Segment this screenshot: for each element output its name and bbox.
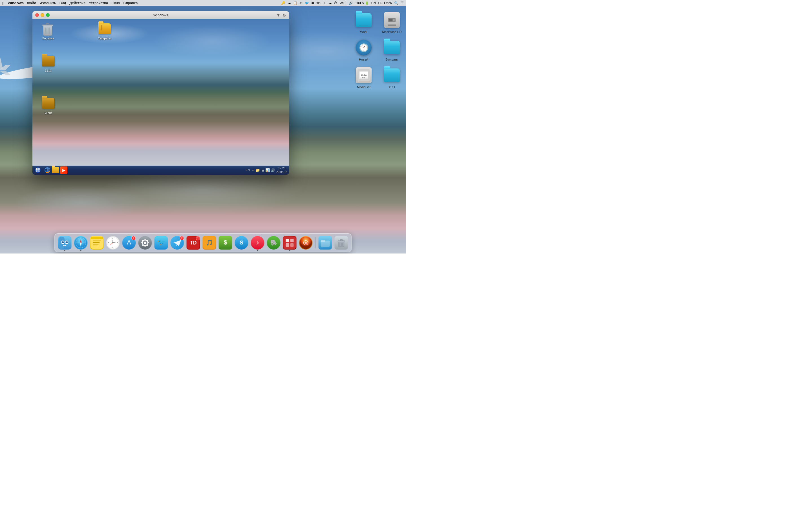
menubar-keyboard[interactable]: EN xyxy=(371,1,376,5)
menubar-status8[interactable]: ⏱ xyxy=(334,1,338,5)
desktop-icon-new[interactable]: 🕐 Новый xyxy=(352,38,375,62)
svg-point-58 xyxy=(112,242,114,243)
telegram-badge: 2 xyxy=(180,236,184,240)
svg-rect-21 xyxy=(36,168,38,170)
menubar-volume[interactable]: 🔊 xyxy=(349,1,353,5)
svg-rect-48 xyxy=(93,245,98,246)
desktop-icon-macintosh-hd[interactable]: Macintosh HD xyxy=(380,10,403,35)
menu-help[interactable]: Справка xyxy=(123,1,138,5)
menubar-status5[interactable]: 🐦 xyxy=(305,1,309,5)
vm-title: Windows xyxy=(153,13,168,17)
taskbar-icon-1[interactable]: 📁 xyxy=(255,168,260,172)
menu-actions[interactable]: Действия xyxy=(69,1,86,5)
dock-item-tuna[interactable]: 🎵 xyxy=(202,235,217,250)
window-maximize-button[interactable] xyxy=(46,13,50,17)
desktop-icons-area: Work Macintosh HD 🕐 Новый xyxy=(352,10,403,90)
menubar-search[interactable]: 🔍 xyxy=(394,1,398,5)
desktop-icon-mediaget[interactable]: Media Get MediaGet xyxy=(352,65,375,90)
menubar-pause[interactable]: ⏸ xyxy=(323,1,326,5)
apple-menu[interactable]:  xyxy=(2,1,4,5)
svg-point-33 xyxy=(63,241,63,242)
app-menu-windows[interactable]: Windows xyxy=(8,1,24,5)
menu-window[interactable]: Окно xyxy=(111,1,120,5)
desktop-icon-macintosh-hd-label: Macintosh HD xyxy=(382,30,402,34)
taskbar-icon-2[interactable]: 🖥 xyxy=(261,168,264,172)
dock-item-trash[interactable] xyxy=(334,235,349,250)
desktop-icon-work-label: Work xyxy=(360,30,367,34)
dock-item-evernote[interactable]: 🐘 xyxy=(266,235,281,250)
win-icon-emirates[interactable]: Эмираты xyxy=(94,23,115,40)
taskbar-icon-volume[interactable]: 🔊 xyxy=(271,168,275,172)
menubar-wifi[interactable]: WiFi xyxy=(340,1,347,5)
window-close-button[interactable] xyxy=(35,13,39,17)
svg-rect-68 xyxy=(145,245,146,247)
svg-rect-66 xyxy=(147,242,149,243)
dock-item-iphoto[interactable] xyxy=(299,235,313,250)
menubar-status4[interactable]: ✂ xyxy=(300,1,303,5)
svg-rect-46 xyxy=(93,242,100,243)
menubar-status7[interactable]: ☁ xyxy=(328,1,332,5)
menubar-time[interactable]: Пн 17:26 xyxy=(378,1,392,5)
win-icon-korzina[interactable]: Корзина xyxy=(38,23,58,40)
taskbar-right: EN ▲ 📁 🖥 📊 🔊 17:26 20.04.15 xyxy=(246,166,289,174)
dock-item-safari[interactable] xyxy=(73,235,88,250)
dock-item-tweetbot[interactable]: 🐦 xyxy=(154,235,168,250)
vm-taskbar: ▶ EN ▲ 📁 🖥 📊 🔊 17:26 20.04.15 xyxy=(33,166,289,175)
taskbar-time: 17:26 20.04.15 xyxy=(276,166,287,174)
taskbar-icon-3[interactable]: 📊 xyxy=(265,168,270,172)
dock-item-telegram[interactable]: 2 xyxy=(170,235,185,250)
dock-item-skype[interactable]: S xyxy=(234,235,249,250)
menubar-td[interactable]: TD xyxy=(316,1,320,5)
dock-item-sysprefs[interactable] xyxy=(138,235,153,250)
dock-item-toolbox[interactable]: TD 1 xyxy=(186,235,201,250)
menubar-right: 🔑 ☁ 📋 ✂ 🐦 ✖ TD ⏸ ☁ ⏱ WiFi 🔊 100% 🔋 EN Пн… xyxy=(281,1,404,5)
svg-rect-12 xyxy=(389,18,393,21)
menu-file[interactable]: Файл xyxy=(27,1,36,5)
vm-settings-button[interactable]: ⚙ xyxy=(283,13,286,17)
svg-text:🐘: 🐘 xyxy=(270,239,277,246)
taskbar-start-button[interactable] xyxy=(33,166,43,174)
vm-desktop: Корзина Эмираты 1111 Work xyxy=(33,19,289,166)
vm-view-button[interactable]: ▼ xyxy=(276,13,280,17)
menubar-menu[interactable]: ☰ xyxy=(401,1,404,5)
taskbar-show-icons[interactable]: ▲ xyxy=(252,169,254,172)
taskbar-ie-button[interactable] xyxy=(44,166,51,174)
dock-item-parallels[interactable] xyxy=(283,235,297,250)
svg-rect-90 xyxy=(286,243,289,247)
menubar-battery[interactable]: 100% 🔋 xyxy=(355,1,369,5)
menubar-status6[interactable]: ✖ xyxy=(311,1,314,5)
taskbar-language[interactable]: EN xyxy=(246,168,250,172)
menu-edit[interactable]: Изменить xyxy=(40,1,56,5)
taskbar-media-button[interactable]: ▶ xyxy=(60,166,67,174)
svg-rect-23 xyxy=(36,170,38,172)
dock-item-clock[interactable] xyxy=(106,235,120,250)
desktop-icon-work[interactable]: Work xyxy=(352,10,375,35)
window-minimize-button[interactable] xyxy=(41,13,44,17)
menubar-status3[interactable]: 📋 xyxy=(293,1,297,5)
taskbar-folder-button[interactable] xyxy=(52,167,59,173)
dock-item-finder[interactable] xyxy=(57,235,72,250)
win-icon-1111-label: 1111 xyxy=(45,69,52,72)
dock-item-money[interactable]: $ xyxy=(218,235,233,250)
desktop-icon-emirates[interactable]: Эмираты xyxy=(380,38,403,62)
dock-item-notes[interactable] xyxy=(90,235,104,250)
desktop-icon-new-label: Новый xyxy=(359,58,368,61)
appstore-badge: 1 xyxy=(132,236,136,240)
win-icon-work[interactable]: Work xyxy=(38,98,58,115)
svg-point-20 xyxy=(35,167,41,173)
desktop-icon-1111[interactable]: 1111 xyxy=(380,65,403,90)
svg-rect-44 xyxy=(91,237,103,239)
svg-rect-24 xyxy=(38,170,40,172)
menu-view[interactable]: Вид xyxy=(59,1,66,5)
win-icon-1111[interactable]: 1111 xyxy=(38,56,58,72)
svg-point-14 xyxy=(393,19,395,20)
dock-item-appstore[interactable]: A 1 xyxy=(122,235,137,250)
menubar-status2[interactable]: ☁ xyxy=(288,1,291,5)
dock-item-music[interactable]: ♪ xyxy=(250,235,265,250)
dock-safari-dot xyxy=(80,250,82,251)
menubar-1password[interactable]: 🔑 xyxy=(281,1,285,5)
svg-rect-97 xyxy=(321,240,325,242)
dock-item-folder[interactable] xyxy=(318,235,333,250)
menu-devices[interactable]: Устройства xyxy=(89,1,108,5)
svg-text:TD: TD xyxy=(190,240,197,245)
